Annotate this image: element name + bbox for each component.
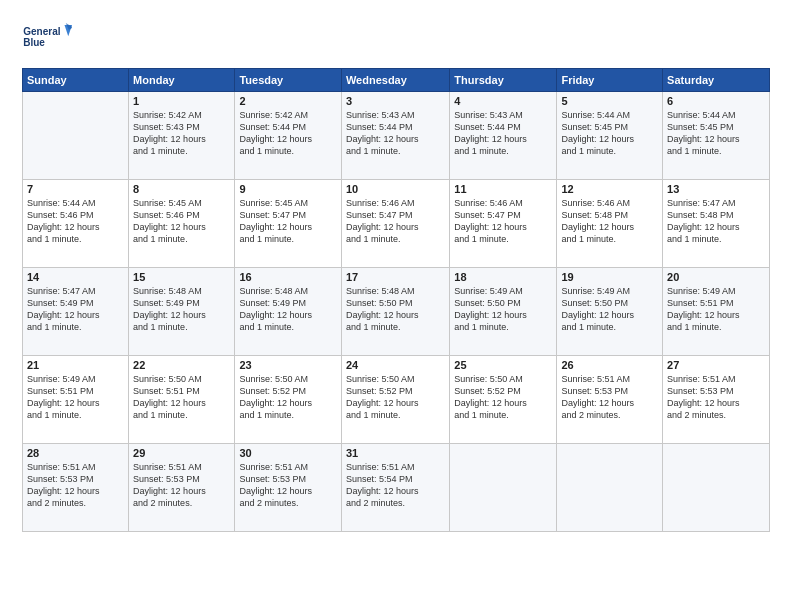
cell-info: Sunrise: 5:42 AM Sunset: 5:44 PM Dayligh… bbox=[239, 109, 337, 158]
week-row-3: 14Sunrise: 5:47 AM Sunset: 5:49 PM Dayli… bbox=[23, 268, 770, 356]
day-number: 17 bbox=[346, 271, 445, 283]
calendar-cell: 26Sunrise: 5:51 AM Sunset: 5:53 PM Dayli… bbox=[557, 356, 663, 444]
cell-info: Sunrise: 5:43 AM Sunset: 5:44 PM Dayligh… bbox=[454, 109, 552, 158]
calendar-cell: 7Sunrise: 5:44 AM Sunset: 5:46 PM Daylig… bbox=[23, 180, 129, 268]
calendar-cell: 31Sunrise: 5:51 AM Sunset: 5:54 PM Dayli… bbox=[341, 444, 449, 532]
cell-info: Sunrise: 5:50 AM Sunset: 5:51 PM Dayligh… bbox=[133, 373, 230, 422]
day-number: 16 bbox=[239, 271, 337, 283]
weekday-header-monday: Monday bbox=[129, 69, 235, 92]
day-number: 3 bbox=[346, 95, 445, 107]
calendar-cell bbox=[450, 444, 557, 532]
calendar-cell: 30Sunrise: 5:51 AM Sunset: 5:53 PM Dayli… bbox=[235, 444, 342, 532]
cell-info: Sunrise: 5:48 AM Sunset: 5:50 PM Dayligh… bbox=[346, 285, 445, 334]
calendar-cell: 14Sunrise: 5:47 AM Sunset: 5:49 PM Dayli… bbox=[23, 268, 129, 356]
cell-info: Sunrise: 5:50 AM Sunset: 5:52 PM Dayligh… bbox=[454, 373, 552, 422]
calendar-table: SundayMondayTuesdayWednesdayThursdayFrid… bbox=[22, 68, 770, 532]
cell-info: Sunrise: 5:42 AM Sunset: 5:43 PM Dayligh… bbox=[133, 109, 230, 158]
calendar-cell: 9Sunrise: 5:45 AM Sunset: 5:47 PM Daylig… bbox=[235, 180, 342, 268]
calendar-cell: 18Sunrise: 5:49 AM Sunset: 5:50 PM Dayli… bbox=[450, 268, 557, 356]
day-number: 25 bbox=[454, 359, 552, 371]
calendar-cell: 12Sunrise: 5:46 AM Sunset: 5:48 PM Dayli… bbox=[557, 180, 663, 268]
day-number: 7 bbox=[27, 183, 124, 195]
calendar-cell: 8Sunrise: 5:45 AM Sunset: 5:46 PM Daylig… bbox=[129, 180, 235, 268]
day-number: 19 bbox=[561, 271, 658, 283]
week-row-4: 21Sunrise: 5:49 AM Sunset: 5:51 PM Dayli… bbox=[23, 356, 770, 444]
day-number: 21 bbox=[27, 359, 124, 371]
day-number: 2 bbox=[239, 95, 337, 107]
cell-info: Sunrise: 5:43 AM Sunset: 5:44 PM Dayligh… bbox=[346, 109, 445, 158]
day-number: 15 bbox=[133, 271, 230, 283]
calendar-cell: 25Sunrise: 5:50 AM Sunset: 5:52 PM Dayli… bbox=[450, 356, 557, 444]
calendar-cell: 3Sunrise: 5:43 AM Sunset: 5:44 PM Daylig… bbox=[341, 92, 449, 180]
calendar-cell: 27Sunrise: 5:51 AM Sunset: 5:53 PM Dayli… bbox=[663, 356, 770, 444]
weekday-header-wednesday: Wednesday bbox=[341, 69, 449, 92]
calendar-cell bbox=[23, 92, 129, 180]
week-row-5: 28Sunrise: 5:51 AM Sunset: 5:53 PM Dayli… bbox=[23, 444, 770, 532]
weekday-header-sunday: Sunday bbox=[23, 69, 129, 92]
page: General Blue SundayMondayTuesdayWednesda… bbox=[0, 0, 792, 612]
calendar-cell: 4Sunrise: 5:43 AM Sunset: 5:44 PM Daylig… bbox=[450, 92, 557, 180]
day-number: 26 bbox=[561, 359, 658, 371]
day-number: 6 bbox=[667, 95, 765, 107]
calendar-cell: 6Sunrise: 5:44 AM Sunset: 5:45 PM Daylig… bbox=[663, 92, 770, 180]
cell-info: Sunrise: 5:44 AM Sunset: 5:46 PM Dayligh… bbox=[27, 197, 124, 246]
cell-info: Sunrise: 5:51 AM Sunset: 5:53 PM Dayligh… bbox=[239, 461, 337, 510]
calendar-cell: 5Sunrise: 5:44 AM Sunset: 5:45 PM Daylig… bbox=[557, 92, 663, 180]
cell-info: Sunrise: 5:48 AM Sunset: 5:49 PM Dayligh… bbox=[239, 285, 337, 334]
weekday-header-thursday: Thursday bbox=[450, 69, 557, 92]
calendar-cell: 23Sunrise: 5:50 AM Sunset: 5:52 PM Dayli… bbox=[235, 356, 342, 444]
calendar-cell: 13Sunrise: 5:47 AM Sunset: 5:48 PM Dayli… bbox=[663, 180, 770, 268]
day-number: 29 bbox=[133, 447, 230, 459]
day-number: 30 bbox=[239, 447, 337, 459]
calendar-cell bbox=[663, 444, 770, 532]
weekday-header-saturday: Saturday bbox=[663, 69, 770, 92]
cell-info: Sunrise: 5:47 AM Sunset: 5:48 PM Dayligh… bbox=[667, 197, 765, 246]
cell-info: Sunrise: 5:45 AM Sunset: 5:46 PM Dayligh… bbox=[133, 197, 230, 246]
calendar-cell: 15Sunrise: 5:48 AM Sunset: 5:49 PM Dayli… bbox=[129, 268, 235, 356]
calendar-cell: 24Sunrise: 5:50 AM Sunset: 5:52 PM Dayli… bbox=[341, 356, 449, 444]
day-number: 1 bbox=[133, 95, 230, 107]
calendar-cell: 17Sunrise: 5:48 AM Sunset: 5:50 PM Dayli… bbox=[341, 268, 449, 356]
logo-svg: General Blue bbox=[22, 18, 72, 58]
day-number: 8 bbox=[133, 183, 230, 195]
weekday-header-tuesday: Tuesday bbox=[235, 69, 342, 92]
day-number: 23 bbox=[239, 359, 337, 371]
day-number: 14 bbox=[27, 271, 124, 283]
calendar-cell: 21Sunrise: 5:49 AM Sunset: 5:51 PM Dayli… bbox=[23, 356, 129, 444]
cell-info: Sunrise: 5:50 AM Sunset: 5:52 PM Dayligh… bbox=[346, 373, 445, 422]
calendar-cell: 28Sunrise: 5:51 AM Sunset: 5:53 PM Dayli… bbox=[23, 444, 129, 532]
cell-info: Sunrise: 5:51 AM Sunset: 5:54 PM Dayligh… bbox=[346, 461, 445, 510]
calendar-cell bbox=[557, 444, 663, 532]
day-number: 18 bbox=[454, 271, 552, 283]
cell-info: Sunrise: 5:44 AM Sunset: 5:45 PM Dayligh… bbox=[561, 109, 658, 158]
cell-info: Sunrise: 5:51 AM Sunset: 5:53 PM Dayligh… bbox=[27, 461, 124, 510]
day-number: 28 bbox=[27, 447, 124, 459]
week-row-1: 1Sunrise: 5:42 AM Sunset: 5:43 PM Daylig… bbox=[23, 92, 770, 180]
calendar-cell: 19Sunrise: 5:49 AM Sunset: 5:50 PM Dayli… bbox=[557, 268, 663, 356]
weekday-header-friday: Friday bbox=[557, 69, 663, 92]
cell-info: Sunrise: 5:46 AM Sunset: 5:48 PM Dayligh… bbox=[561, 197, 658, 246]
cell-info: Sunrise: 5:49 AM Sunset: 5:51 PM Dayligh… bbox=[667, 285, 765, 334]
cell-info: Sunrise: 5:51 AM Sunset: 5:53 PM Dayligh… bbox=[561, 373, 658, 422]
cell-info: Sunrise: 5:45 AM Sunset: 5:47 PM Dayligh… bbox=[239, 197, 337, 246]
calendar-cell: 22Sunrise: 5:50 AM Sunset: 5:51 PM Dayli… bbox=[129, 356, 235, 444]
day-number: 13 bbox=[667, 183, 765, 195]
calendar-cell: 11Sunrise: 5:46 AM Sunset: 5:47 PM Dayli… bbox=[450, 180, 557, 268]
svg-text:General: General bbox=[23, 26, 60, 37]
weekday-header-row: SundayMondayTuesdayWednesdayThursdayFrid… bbox=[23, 69, 770, 92]
day-number: 22 bbox=[133, 359, 230, 371]
day-number: 4 bbox=[454, 95, 552, 107]
day-number: 11 bbox=[454, 183, 552, 195]
day-number: 31 bbox=[346, 447, 445, 459]
svg-text:Blue: Blue bbox=[23, 37, 45, 48]
cell-info: Sunrise: 5:46 AM Sunset: 5:47 PM Dayligh… bbox=[346, 197, 445, 246]
day-number: 27 bbox=[667, 359, 765, 371]
cell-info: Sunrise: 5:49 AM Sunset: 5:51 PM Dayligh… bbox=[27, 373, 124, 422]
calendar-cell: 16Sunrise: 5:48 AM Sunset: 5:49 PM Dayli… bbox=[235, 268, 342, 356]
cell-info: Sunrise: 5:49 AM Sunset: 5:50 PM Dayligh… bbox=[561, 285, 658, 334]
logo: General Blue bbox=[22, 18, 72, 58]
cell-info: Sunrise: 5:51 AM Sunset: 5:53 PM Dayligh… bbox=[133, 461, 230, 510]
day-number: 9 bbox=[239, 183, 337, 195]
cell-info: Sunrise: 5:49 AM Sunset: 5:50 PM Dayligh… bbox=[454, 285, 552, 334]
cell-info: Sunrise: 5:51 AM Sunset: 5:53 PM Dayligh… bbox=[667, 373, 765, 422]
